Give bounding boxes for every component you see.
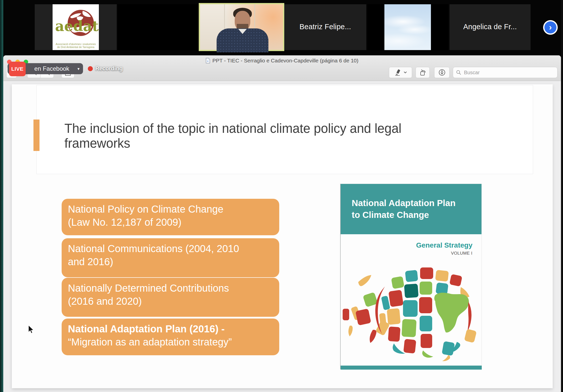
nap-cover-footer-band (341, 366, 482, 370)
participant-tile-beatriz[interactable]: Beatriz Felipe... (284, 4, 366, 50)
participant-name: Angelica de Fr... (450, 23, 531, 31)
participant-filmstrip: aedat Associació d'alumnes i exalumnes d… (0, 0, 563, 55)
policy-box-1: National Policy on Climate Change (Law N… (62, 199, 279, 235)
live-badge: LIVE (9, 62, 26, 76)
marker-pen-icon (394, 69, 401, 76)
policy-box-1-line1: National Policy on Climate Change (68, 203, 274, 216)
policy-box-3-line1: Nationally Determined Contributions (68, 282, 274, 295)
nap-cover-header-line2: to Climate Change (352, 209, 481, 221)
policy-box-2-line2: and 2016) (68, 255, 274, 268)
pdf-page: The inclusion of the topic in national c… (12, 84, 553, 388)
preview-window: PPT - TIEC - Serraglio e Cadevon-Capdevi… (3, 55, 561, 392)
live-target-label: en Facebook (29, 63, 74, 74)
chevron-right-icon: › (544, 21, 556, 33)
slide-title-line2: frameworks (64, 136, 401, 151)
slide-accent-bar (33, 120, 39, 151)
policy-box-2: National Communications (2004, 2010 and … (62, 238, 279, 277)
slide-title: The inclusion of the topic in national c… (64, 121, 401, 151)
participant-name: Beatriz Felipe... (284, 23, 366, 31)
markup-button[interactable] (434, 67, 450, 78)
screen-edge-right (561, 0, 563, 392)
nap-cover-header-line1: National Adaptation Plan (352, 197, 481, 209)
search-icon (456, 70, 461, 75)
window-title-row: PPT - TIEC - Serraglio e Cadevon-Capdevi… (3, 57, 561, 64)
aedat-subtitle-line1: Associació d'alumnes i exalumnes (53, 43, 98, 46)
participant-tile-active-speaker[interactable] (199, 3, 284, 51)
participant-tile-angelica[interactable]: Angelica de Fr... (450, 4, 531, 50)
participant-tile-sky[interactable] (367, 4, 448, 50)
chevron-down-icon (404, 71, 407, 74)
live-dropdown-caret[interactable]: ▾ (77, 63, 79, 74)
recording-indicator: Recording (88, 63, 123, 74)
window-titlebar: PPT - TIEC - Serraglio e Cadevon-Capdevi… (3, 55, 561, 81)
aedat-wordmark: aedat (55, 19, 96, 33)
nap-cover-header: National Adaptation Plan to Climate Chan… (341, 184, 481, 234)
policy-box-2-line1: National Communications (2004, 2010 (68, 242, 274, 255)
recording-label: Recording (95, 65, 123, 72)
aedat-subtitle-line2: de Dret Ambiental de Tarragona (53, 46, 98, 49)
speaker-video (200, 4, 283, 50)
participant-tile-camera-off[interactable] (117, 4, 198, 50)
recording-dot-icon (88, 66, 93, 71)
markup-pen-circle-icon (438, 69, 446, 76)
search-input[interactable] (463, 69, 554, 76)
shared-screen: aedat Associació d'alumnes i exalumnes d… (0, 0, 563, 392)
next-participants-button[interactable]: › (543, 20, 558, 35)
slide-title-line1: The inclusion of the topic in national c… (64, 121, 401, 136)
search-field[interactable] (453, 67, 557, 78)
policy-box-4-line2: “Migration as an adaptation strategy” (68, 335, 274, 348)
participant-tile-aedat[interactable]: aedat Associació d'alumnes i exalumnes d… (35, 4, 117, 50)
screen-share-border-left (0, 0, 3, 392)
sky-video-thumbnail (384, 4, 431, 50)
mouse-cursor (28, 325, 34, 334)
document-content-area[interactable]: The inclusion of the topic in national c… (3, 81, 561, 392)
aedat-logo: aedat Associació d'alumnes i exalumnes d… (53, 4, 99, 50)
highlight-button[interactable] (389, 67, 412, 78)
window-title: PPT - TIEC - Serraglio e Cadevon-Capdevi… (212, 58, 358, 64)
policy-box-3-line2: (2016 and 2020) (68, 295, 274, 308)
nap-cover-globe-art (343, 266, 480, 365)
policy-box-1-line2: (Law No. 12,187 of 2009) (68, 216, 274, 229)
nap-cover-subtitle: General Strategy (416, 241, 472, 249)
policy-box-4-line1: National Adaptation Plan (2016) - (68, 322, 274, 335)
rotate-button[interactable] (416, 67, 430, 78)
document-icon (206, 58, 210, 63)
policy-box-3: Nationally Determined Contributions (201… (62, 278, 279, 317)
live-stream-pill[interactable]: LIVE en Facebook ▾ (8, 63, 83, 74)
nap-cover: National Adaptation Plan to Climate Chan… (340, 184, 482, 369)
rotate-left-icon (419, 69, 426, 76)
nap-cover-volume: VOLUME I (451, 251, 472, 256)
policy-box-4: National Adaptation Plan (2016) - “Migra… (62, 319, 279, 355)
